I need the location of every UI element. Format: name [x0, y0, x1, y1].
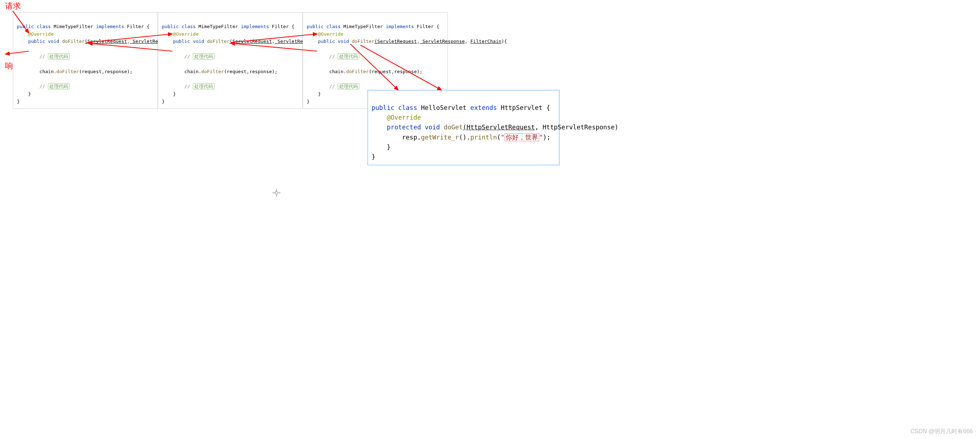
t	[17, 38, 28, 44]
t: (ServletRequest	[374, 38, 417, 44]
request-label: 请求	[5, 1, 21, 11]
t: ,	[272, 38, 275, 44]
kw: public void	[173, 38, 204, 44]
t: MimeTypeFilter	[51, 24, 96, 29]
t: Override	[391, 114, 421, 121]
cmt: // 处理代码	[17, 53, 70, 59]
t: FilterChain	[470, 38, 501, 44]
cmt: // 处理代码	[162, 53, 215, 59]
kw: public class	[372, 104, 417, 111]
t: (request,response);	[224, 69, 278, 74]
m: doFilter	[346, 69, 369, 74]
t: chain.	[162, 69, 202, 74]
t: ServletResponse	[420, 38, 465, 44]
t: ,	[465, 38, 470, 44]
t: ,	[535, 124, 539, 131]
filter1-code: public class MimeTypeFilter implements F…	[13, 12, 158, 109]
t: Filter {	[124, 24, 149, 29]
t: //	[307, 54, 338, 59]
t: //	[17, 84, 48, 89]
kw: public void	[28, 38, 59, 44]
cmt: // 处理代码	[307, 83, 360, 89]
t: chain.	[17, 69, 57, 74]
t: Filter {	[269, 24, 294, 29]
t: (ServletRequest	[85, 38, 127, 44]
t: //	[162, 54, 193, 59]
kw: public class	[17, 24, 51, 29]
cmt-box: 处理代码	[338, 53, 360, 59]
t: resp.	[372, 134, 421, 141]
t: (request,response);	[79, 69, 133, 74]
cmt: // 处理代码	[162, 83, 215, 89]
t: Override	[31, 31, 54, 37]
t: Override	[176, 31, 199, 37]
filter2-code: public class MimeTypeFilter implements F…	[158, 12, 303, 109]
strbox: 你好，世界	[504, 134, 539, 141]
t: }	[372, 143, 391, 151]
t: ){	[501, 38, 507, 44]
t: (request,response);	[369, 69, 422, 74]
m: doFilter	[57, 69, 79, 74]
m: doFilter	[62, 38, 85, 44]
m: doFilter	[202, 69, 224, 74]
kw: extends	[470, 104, 497, 111]
cmt-box: 处理代码	[193, 83, 215, 89]
t: //	[17, 54, 48, 59]
t: }	[162, 91, 176, 97]
str: "你好，世界"	[501, 134, 543, 141]
t	[162, 38, 173, 44]
t: HelloServlet	[417, 104, 470, 111]
cursor-icon	[272, 189, 280, 199]
m: doFilter	[207, 38, 229, 44]
t: }	[307, 91, 321, 97]
kw: implements	[386, 24, 414, 29]
kw: protected void	[387, 124, 440, 131]
cmt-box: 处理代码	[48, 83, 70, 89]
t: }	[162, 99, 165, 104]
t: ().	[459, 134, 470, 141]
q: "	[539, 134, 543, 141]
t: ,	[417, 38, 420, 44]
cmt-box: 处理代码	[193, 53, 215, 59]
t: ,	[127, 38, 130, 44]
m: getWrite̲r	[421, 134, 459, 141]
t: @	[162, 31, 176, 37]
servlet-code: public class HelloServlet extends HttpSe…	[368, 90, 559, 165]
cmt: // 处理代码	[17, 83, 70, 89]
m: doGet	[444, 124, 463, 131]
t: @	[17, 31, 31, 37]
t	[372, 124, 387, 131]
t: MimeTypeFilter	[340, 24, 386, 29]
svg-point-0	[275, 191, 278, 194]
cmt: // 处理代码	[307, 53, 360, 59]
t: @	[307, 31, 321, 37]
t: chain.	[307, 69, 346, 74]
m: doFilter	[352, 38, 374, 44]
t: );	[543, 134, 550, 141]
cmt-box: 处理代码	[48, 53, 70, 59]
t: MimeTypeFilter	[196, 24, 241, 29]
t: //	[162, 84, 193, 89]
kw: public class	[162, 24, 196, 29]
t: Filter {	[414, 24, 439, 29]
t: (HttpServletRequest	[463, 124, 535, 131]
t: (ServletRequest	[229, 38, 272, 44]
t: }	[17, 91, 31, 97]
q: "	[501, 134, 504, 141]
t: }	[307, 99, 310, 104]
t: @	[372, 114, 391, 121]
t: Override	[321, 31, 344, 37]
kw: implements	[241, 24, 269, 29]
t: HttpServlet {	[497, 104, 550, 111]
cmt-box: 处理代码	[338, 83, 360, 89]
m: println	[470, 134, 497, 141]
watermark: CSDN @明月几时有666	[910, 428, 973, 436]
t	[307, 38, 318, 44]
kw: public void	[318, 38, 349, 44]
t: //	[307, 84, 338, 89]
kw: implements	[96, 24, 124, 29]
t: }	[17, 99, 20, 104]
t: HttpServletResponse)	[539, 124, 619, 131]
t: (	[497, 134, 501, 141]
t: }	[372, 153, 375, 161]
